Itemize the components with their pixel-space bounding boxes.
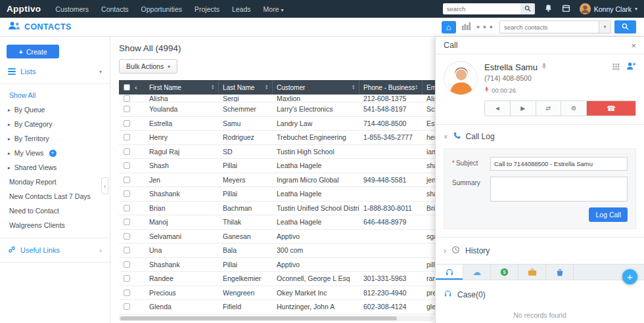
row-checkbox[interactable] xyxy=(124,247,130,253)
row-checkbox[interactable] xyxy=(124,148,130,155)
contacts-search-button[interactable] xyxy=(614,20,636,33)
tab-headset-icon[interactable] xyxy=(436,265,463,280)
sidebar-useful-links[interactable]: Useful Links › xyxy=(0,238,110,263)
row-checkbox[interactable] xyxy=(124,275,130,282)
sidebar-item-shared-views[interactable]: ▸Shared Views xyxy=(0,160,110,175)
settings-button[interactable]: ⚙ xyxy=(561,101,587,116)
sidebar-item-show-all[interactable]: Show All xyxy=(0,88,110,102)
row-checkbox[interactable] xyxy=(124,205,130,211)
row-checkbox[interactable] xyxy=(124,106,130,112)
sidebar-item-by-queue[interactable]: ▸By Queue xyxy=(0,102,110,117)
select-all-checkbox[interactable] xyxy=(124,84,130,91)
cell-first-name: Alisha xyxy=(145,95,219,102)
user-menu[interactable]: Konny Clark ▾ xyxy=(580,3,637,14)
sidebar-item-by-territory[interactable]: ▸By Territory xyxy=(0,131,110,146)
home-icon: ⌂ xyxy=(446,23,451,32)
call-log-section-header[interactable]: ∨ Call Log xyxy=(436,125,644,147)
volume-icon: ◄ xyxy=(494,105,500,112)
nav-item-leads[interactable]: Leads xyxy=(232,5,251,13)
nav-item-more[interactable]: More▾ xyxy=(264,5,284,13)
bulk-actions-button[interactable]: Bulk Actions ▾ xyxy=(119,59,177,74)
sidebar-view-new-contacts-last-7-days[interactable]: New Contacts Last 7 Days xyxy=(0,189,110,204)
subject-input[interactable] xyxy=(490,157,628,171)
row-checkbox[interactable] xyxy=(124,162,130,169)
summary-textarea[interactable] xyxy=(490,177,628,202)
create-button[interactable]: + Create xyxy=(7,45,59,58)
contacts-search-input[interactable] xyxy=(500,21,599,33)
calendar-button[interactable] xyxy=(562,3,570,15)
row-checkbox-cell xyxy=(119,187,145,201)
sidebar-item-my-views[interactable]: ▸My Views+ xyxy=(0,146,110,160)
column-header-first-name[interactable]: First Name▲▼ xyxy=(145,80,219,95)
close-icon[interactable]: × xyxy=(631,41,636,50)
notifications-button[interactable] xyxy=(544,3,553,15)
reports-button[interactable] xyxy=(462,21,471,33)
tab-briefcase-icon[interactable] xyxy=(518,265,546,280)
sort-icon[interactable]: ▲▼ xyxy=(265,85,268,90)
row-checkbox[interactable] xyxy=(124,134,130,140)
sidebar-view-monday-report[interactable]: Monday Report xyxy=(0,175,110,189)
chevron-down-icon: ▾ xyxy=(635,6,637,12)
row-checkbox[interactable] xyxy=(124,95,130,102)
cell-last-name: Pillai xyxy=(219,162,273,169)
column-header-customer[interactable]: Customer▲▼ xyxy=(273,80,359,95)
sort-icon[interactable]: ▲▼ xyxy=(352,85,355,90)
global-search-input[interactable] xyxy=(443,3,520,14)
call-timer: 00:00:26 xyxy=(492,87,516,94)
topnav-right-cluster: Konny Clark ▾ xyxy=(443,3,637,15)
sort-icon[interactable]: ▲▼ xyxy=(212,85,214,90)
nav-item-opportunities[interactable]: Opportunities xyxy=(141,5,182,13)
row-checkbox[interactable] xyxy=(124,190,130,197)
nav-item-projects[interactable]: Projects xyxy=(195,5,219,13)
tab-bag-icon[interactable] xyxy=(546,265,574,280)
add-record-button[interactable]: + xyxy=(622,269,637,284)
cell-last-name: Sergi xyxy=(219,95,273,102)
transfer-button[interactable]: ⇄ xyxy=(536,101,562,116)
add-view-icon[interactable]: + xyxy=(49,150,57,157)
more-options-button[interactable]: ● ● ● xyxy=(476,24,494,30)
sidebar-collapse-handle[interactable]: ‹ xyxy=(101,177,108,194)
row-checkbox-cell xyxy=(119,230,145,244)
history-section-header[interactable]: › History xyxy=(436,237,644,264)
hangup-button[interactable]: ☎ xyxy=(587,101,635,116)
column-header-phone-business[interactable]: Phone - Business▲▼ xyxy=(359,80,423,95)
appbar-right-cluster: ⌂ ● ● ● ▾ xyxy=(442,20,636,33)
log-call-button[interactable]: Log Call xyxy=(589,207,628,222)
sidebar-lists-header[interactable]: Lists ▾ xyxy=(0,58,110,84)
dialpad-icon[interactable] xyxy=(612,61,620,73)
microphone-icon[interactable] xyxy=(541,61,547,73)
sidebar-view-need-to-contact[interactable]: Need to Contact xyxy=(0,204,110,218)
sidebar-view-walgreens-clients[interactable]: Walgreens Clients xyxy=(0,218,110,232)
tab-money-icon[interactable]: $ xyxy=(491,265,518,280)
tab-cloud-icon[interactable]: ☁ xyxy=(463,265,491,280)
row-checkbox[interactable] xyxy=(124,303,130,310)
collapse-column-icon[interactable]: ‹ xyxy=(135,83,137,91)
row-checkbox[interactable] xyxy=(124,120,130,127)
case-section-header[interactable]: Case(0) xyxy=(436,280,644,303)
row-checkbox[interactable] xyxy=(124,233,130,240)
mute-button[interactable]: ◄ xyxy=(485,101,511,116)
add-person-icon[interactable] xyxy=(626,61,636,73)
row-checkbox[interactable] xyxy=(124,177,130,183)
sort-icon[interactable]: ▲▼ xyxy=(415,85,418,90)
sidebar-item-by-category[interactable]: ▸By Category xyxy=(0,117,110,131)
global-search-button[interactable] xyxy=(520,3,535,14)
row-checkbox[interactable] xyxy=(124,219,130,225)
row-checkbox[interactable] xyxy=(124,290,130,296)
search-options-dropdown[interactable]: ▾ xyxy=(599,21,610,33)
cell-first-name: Estrella xyxy=(145,119,219,127)
horizontal-scrollbar[interactable] xyxy=(119,316,433,321)
cell-last-name: SD xyxy=(219,148,273,156)
plus-icon: + xyxy=(19,48,23,56)
nav-item-customers[interactable]: Customers xyxy=(55,5,89,13)
resume-button[interactable]: ▶ xyxy=(511,101,536,116)
nav-item-contacts[interactable]: Contacts xyxy=(101,5,128,13)
cell-phone: 714-408-8500 xyxy=(359,119,423,127)
column-header-last-name[interactable]: Last Name▲▼ xyxy=(219,80,273,95)
row-checkbox-cell xyxy=(119,102,145,116)
row-checkbox[interactable] xyxy=(124,261,130,268)
apptivo-logo[interactable]: Apptivo xyxy=(7,4,41,14)
scrollbar-thumb[interactable] xyxy=(120,316,397,320)
home-button[interactable]: ⌂ xyxy=(442,21,456,33)
expand-arrow-icon: ▸ xyxy=(8,150,11,156)
